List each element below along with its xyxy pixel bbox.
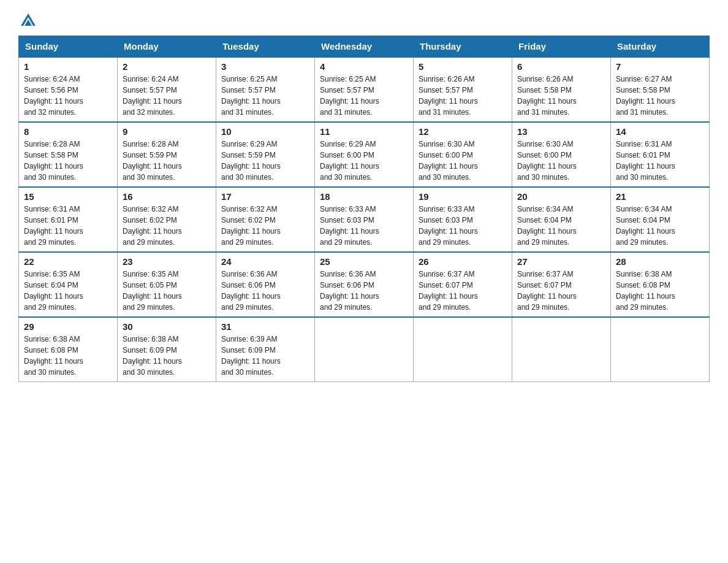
day-info: Sunrise: 6:30 AMSunset: 6:00 PMDaylight:… [517, 139, 605, 183]
calendar-cell: 10 Sunrise: 6:29 AMSunset: 5:59 PMDaylig… [216, 122, 315, 187]
calendar-cell [315, 317, 414, 382]
day-info: Sunrise: 6:31 AMSunset: 6:01 PMDaylight:… [24, 204, 112, 248]
weekday-header-wednesday: Wednesday [315, 36, 414, 58]
calendar-cell: 24 Sunrise: 6:36 AMSunset: 6:06 PMDaylig… [216, 252, 315, 317]
day-number: 16 [123, 191, 211, 202]
day-number: 25 [320, 256, 408, 267]
day-number: 26 [419, 256, 507, 267]
day-info: Sunrise: 6:38 AMSunset: 6:09 PMDaylight:… [123, 334, 211, 378]
day-number: 11 [320, 126, 408, 137]
week-row-4: 22 Sunrise: 6:35 AMSunset: 6:04 PMDaylig… [19, 252, 710, 317]
calendar-cell: 8 Sunrise: 6:28 AMSunset: 5:58 PMDayligh… [19, 122, 118, 187]
day-number: 4 [320, 61, 408, 72]
calendar-cell: 2 Sunrise: 6:24 AMSunset: 5:57 PMDayligh… [118, 57, 216, 122]
day-info: Sunrise: 6:33 AMSunset: 6:03 PMDaylight:… [320, 204, 408, 248]
calendar-cell: 19 Sunrise: 6:33 AMSunset: 6:03 PMDaylig… [414, 187, 512, 252]
day-info: Sunrise: 6:24 AMSunset: 5:57 PMDaylight:… [123, 74, 211, 118]
day-number: 27 [517, 256, 605, 267]
weekday-header-thursday: Thursday [414, 36, 512, 58]
day-number: 10 [221, 126, 309, 137]
calendar-cell: 30 Sunrise: 6:38 AMSunset: 6:09 PMDaylig… [118, 317, 216, 382]
day-number: 17 [221, 191, 309, 202]
day-number: 31 [221, 321, 309, 332]
day-number: 20 [517, 191, 605, 202]
day-number: 7 [616, 61, 704, 72]
day-number: 8 [24, 126, 112, 137]
day-number: 28 [616, 256, 704, 267]
day-number: 21 [616, 191, 704, 202]
calendar-cell: 25 Sunrise: 6:36 AMSunset: 6:06 PMDaylig… [315, 252, 414, 317]
day-number: 18 [320, 191, 408, 202]
day-info: Sunrise: 6:25 AMSunset: 5:57 PMDaylight:… [221, 74, 309, 118]
day-info: Sunrise: 6:36 AMSunset: 6:06 PMDaylight:… [221, 269, 309, 313]
day-info: Sunrise: 6:38 AMSunset: 6:08 PMDaylight:… [616, 269, 704, 313]
weekday-header-tuesday: Tuesday [216, 36, 315, 58]
day-number: 24 [221, 256, 309, 267]
calendar-cell: 21 Sunrise: 6:34 AMSunset: 6:04 PMDaylig… [611, 187, 710, 252]
day-number: 29 [24, 321, 112, 332]
day-info: Sunrise: 6:24 AMSunset: 5:56 PMDaylight:… [24, 74, 112, 118]
day-number: 2 [123, 61, 211, 72]
week-row-3: 15 Sunrise: 6:31 AMSunset: 6:01 PMDaylig… [19, 187, 710, 252]
day-number: 12 [419, 126, 507, 137]
calendar-cell: 23 Sunrise: 6:35 AMSunset: 6:05 PMDaylig… [118, 252, 216, 317]
calendar-cell [611, 317, 710, 382]
page-header [18, 12, 710, 29]
week-row-1: 1 Sunrise: 6:24 AMSunset: 5:56 PMDayligh… [19, 57, 710, 122]
day-number: 14 [616, 126, 704, 137]
day-info: Sunrise: 6:28 AMSunset: 5:58 PMDaylight:… [24, 139, 112, 183]
day-info: Sunrise: 6:29 AMSunset: 6:00 PMDaylight:… [320, 139, 408, 183]
day-info: Sunrise: 6:36 AMSunset: 6:06 PMDaylight:… [320, 269, 408, 313]
day-info: Sunrise: 6:34 AMSunset: 6:04 PMDaylight:… [517, 204, 605, 248]
calendar-cell: 28 Sunrise: 6:38 AMSunset: 6:08 PMDaylig… [611, 252, 710, 317]
day-info: Sunrise: 6:25 AMSunset: 5:57 PMDaylight:… [320, 74, 408, 118]
calendar-cell: 9 Sunrise: 6:28 AMSunset: 5:59 PMDayligh… [118, 122, 216, 187]
day-info: Sunrise: 6:37 AMSunset: 6:07 PMDaylight:… [517, 269, 605, 313]
day-number: 5 [419, 61, 507, 72]
calendar-cell: 1 Sunrise: 6:24 AMSunset: 5:56 PMDayligh… [19, 57, 118, 122]
calendar-cell: 17 Sunrise: 6:32 AMSunset: 6:02 PMDaylig… [216, 187, 315, 252]
weekday-header-saturday: Saturday [611, 36, 710, 58]
day-info: Sunrise: 6:32 AMSunset: 6:02 PMDaylight:… [123, 204, 211, 248]
weekday-header-monday: Monday [118, 36, 216, 58]
day-info: Sunrise: 6:37 AMSunset: 6:07 PMDaylight:… [419, 269, 507, 313]
day-number: 19 [419, 191, 507, 202]
calendar-cell [512, 317, 611, 382]
day-info: Sunrise: 6:31 AMSunset: 6:01 PMDaylight:… [616, 139, 704, 183]
day-info: Sunrise: 6:35 AMSunset: 6:05 PMDaylight:… [123, 269, 211, 313]
day-number: 1 [24, 61, 112, 72]
calendar-cell: 7 Sunrise: 6:27 AMSunset: 5:58 PMDayligh… [611, 57, 710, 122]
week-row-5: 29 Sunrise: 6:38 AMSunset: 6:08 PMDaylig… [19, 317, 710, 382]
calendar-cell: 12 Sunrise: 6:30 AMSunset: 6:00 PMDaylig… [414, 122, 512, 187]
calendar-cell: 27 Sunrise: 6:37 AMSunset: 6:07 PMDaylig… [512, 252, 611, 317]
day-number: 23 [123, 256, 211, 267]
day-info: Sunrise: 6:29 AMSunset: 5:59 PMDaylight:… [221, 139, 309, 183]
day-info: Sunrise: 6:27 AMSunset: 5:58 PMDaylight:… [616, 74, 704, 118]
calendar-cell: 31 Sunrise: 6:39 AMSunset: 6:09 PMDaylig… [216, 317, 315, 382]
day-info: Sunrise: 6:34 AMSunset: 6:04 PMDaylight:… [616, 204, 704, 248]
calendar-cell: 20 Sunrise: 6:34 AMSunset: 6:04 PMDaylig… [512, 187, 611, 252]
calendar-cell: 3 Sunrise: 6:25 AMSunset: 5:57 PMDayligh… [216, 57, 315, 122]
calendar-cell [414, 317, 512, 382]
day-info: Sunrise: 6:35 AMSunset: 6:04 PMDaylight:… [24, 269, 112, 313]
calendar-cell: 5 Sunrise: 6:26 AMSunset: 5:57 PMDayligh… [414, 57, 512, 122]
day-info: Sunrise: 6:26 AMSunset: 5:58 PMDaylight:… [517, 74, 605, 118]
calendar-cell: 22 Sunrise: 6:35 AMSunset: 6:04 PMDaylig… [19, 252, 118, 317]
logo [18, 12, 38, 29]
weekday-header-sunday: Sunday [19, 36, 118, 58]
calendar-cell: 4 Sunrise: 6:25 AMSunset: 5:57 PMDayligh… [315, 57, 414, 122]
day-info: Sunrise: 6:33 AMSunset: 6:03 PMDaylight:… [419, 204, 507, 248]
calendar-cell: 15 Sunrise: 6:31 AMSunset: 6:01 PMDaylig… [19, 187, 118, 252]
day-info: Sunrise: 6:38 AMSunset: 6:08 PMDaylight:… [24, 334, 112, 378]
day-number: 6 [517, 61, 605, 72]
day-number: 3 [221, 61, 309, 72]
calendar-cell: 6 Sunrise: 6:26 AMSunset: 5:58 PMDayligh… [512, 57, 611, 122]
calendar-cell: 14 Sunrise: 6:31 AMSunset: 6:01 PMDaylig… [611, 122, 710, 187]
day-info: Sunrise: 6:32 AMSunset: 6:02 PMDaylight:… [221, 204, 309, 248]
logo-icon [20, 12, 37, 29]
day-number: 15 [24, 191, 112, 202]
day-number: 30 [123, 321, 211, 332]
calendar-cell: 13 Sunrise: 6:30 AMSunset: 6:00 PMDaylig… [512, 122, 611, 187]
day-number: 9 [123, 126, 211, 137]
calendar-cell: 29 Sunrise: 6:38 AMSunset: 6:08 PMDaylig… [19, 317, 118, 382]
